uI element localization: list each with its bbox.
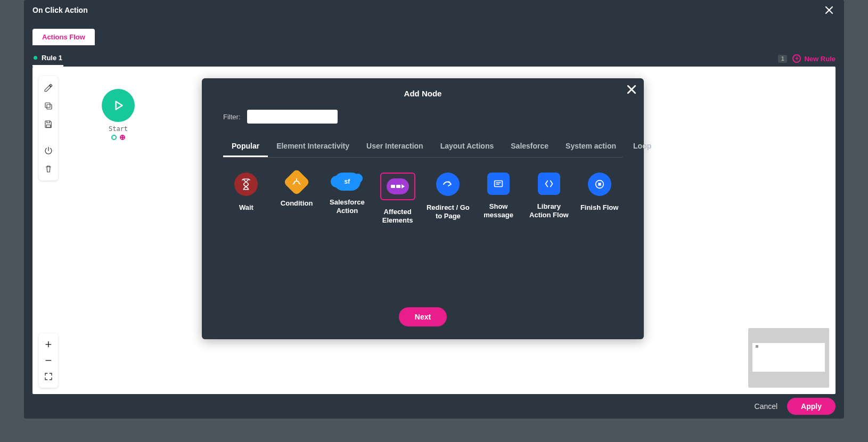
fit-screen-icon[interactable] bbox=[40, 369, 56, 384]
node-condition[interactable]: Condition bbox=[274, 173, 320, 225]
port-add-icon[interactable] bbox=[120, 135, 125, 140]
close-icon[interactable] bbox=[823, 4, 836, 17]
trash-icon[interactable] bbox=[41, 161, 56, 176]
node-label: Finish Flow bbox=[580, 203, 619, 212]
finish-flow-icon bbox=[588, 173, 611, 196]
power-icon[interactable] bbox=[41, 143, 56, 158]
dialog-title: On Click Action bbox=[32, 6, 88, 14]
cancel-button[interactable]: Cancel bbox=[755, 402, 778, 411]
tab-system-action[interactable]: System action bbox=[557, 136, 625, 157]
node-label: Affected Elements bbox=[374, 208, 421, 225]
new-rule-label: New Rule bbox=[804, 55, 836, 63]
rule-tab[interactable]: Rule 1 bbox=[32, 51, 63, 67]
new-rule-button[interactable]: + New Rule bbox=[792, 54, 836, 63]
title-bar: On Click Action bbox=[24, 0, 844, 20]
primary-tabs: Actions Flow bbox=[24, 20, 844, 45]
start-node: Start bbox=[102, 89, 135, 140]
rule-count-badge: 1 bbox=[778, 55, 788, 63]
node-label: Library Action Flow bbox=[526, 202, 572, 220]
node-wait[interactable]: Wait bbox=[223, 173, 269, 225]
node-library-action-flow[interactable]: Library Action Flow bbox=[526, 173, 572, 225]
category-tabs: Popular Element Interactivity User Inter… bbox=[223, 136, 623, 158]
zoom-out-button[interactable]: − bbox=[40, 353, 56, 369]
node-salesforce-action[interactable]: sf Salesforce Action bbox=[324, 173, 371, 225]
dialog-footer: Cancel Apply bbox=[24, 394, 844, 419]
svg-rect-0 bbox=[47, 104, 52, 109]
next-button[interactable]: Next bbox=[399, 307, 447, 326]
left-toolbar bbox=[39, 76, 58, 181]
tab-salesforce[interactable]: Salesforce bbox=[502, 136, 557, 157]
save-icon[interactable] bbox=[41, 117, 56, 132]
tab-popular[interactable]: Popular bbox=[223, 136, 268, 157]
dialog-frame: On Click Action Actions Flow Rule 1 1 + … bbox=[24, 0, 844, 419]
port-out-icon[interactable] bbox=[111, 135, 117, 140]
tab-actions-flow[interactable]: Actions Flow bbox=[32, 29, 95, 45]
svg-rect-4 bbox=[598, 183, 601, 186]
plus-circle-icon: + bbox=[792, 54, 801, 63]
node-affected-elements[interactable]: Affected Elements bbox=[374, 173, 421, 225]
start-node-button[interactable] bbox=[102, 89, 135, 122]
tab-layout-actions[interactable]: Layout Actions bbox=[432, 136, 503, 157]
minimap-viewport bbox=[752, 343, 825, 372]
zoom-controls: + − bbox=[39, 333, 58, 388]
rule-status-dot-icon bbox=[34, 56, 37, 60]
filter-row: Filter: bbox=[223, 110, 623, 124]
redirect-icon bbox=[436, 173, 460, 196]
canvas-area[interactable]: + − Start Add Node bbox=[32, 67, 836, 394]
node-label: Salesforce Action bbox=[324, 198, 371, 216]
filter-input[interactable] bbox=[247, 110, 338, 124]
node-label: Show message bbox=[476, 202, 522, 220]
node-finish-flow[interactable]: Finish Flow bbox=[576, 173, 623, 225]
svg-rect-2 bbox=[495, 181, 503, 187]
edit-icon[interactable] bbox=[41, 80, 56, 95]
wait-icon bbox=[234, 173, 258, 196]
salesforce-icon: sf bbox=[334, 173, 361, 191]
library-flow-icon bbox=[538, 173, 560, 195]
node-show-message[interactable]: Show message bbox=[476, 173, 522, 225]
node-label: Condition bbox=[281, 199, 313, 208]
tab-user-interaction[interactable]: User Interaction bbox=[358, 136, 432, 157]
modal-close-icon[interactable] bbox=[627, 85, 636, 94]
node-label: Redirect / Go to Page bbox=[425, 203, 471, 221]
minimap-node-icon bbox=[756, 345, 758, 348]
node-redirect[interactable]: Redirect / Go to Page bbox=[425, 173, 471, 225]
minimap[interactable] bbox=[748, 328, 829, 388]
tab-element-interactivity[interactable]: Element Interactivity bbox=[268, 136, 358, 157]
apply-button[interactable]: Apply bbox=[787, 398, 836, 415]
show-message-icon bbox=[487, 173, 510, 195]
copy-icon[interactable] bbox=[41, 99, 56, 113]
add-node-modal: Add Node Filter: Popular Element Interac… bbox=[202, 78, 644, 339]
start-node-label: Start bbox=[109, 125, 128, 133]
tab-loop[interactable]: Loop bbox=[625, 136, 660, 157]
modal-title: Add Node bbox=[223, 89, 623, 98]
affected-elements-selected bbox=[380, 173, 415, 200]
zoom-in-button[interactable]: + bbox=[40, 337, 56, 353]
svg-rect-1 bbox=[45, 103, 50, 108]
affected-elements-icon bbox=[387, 178, 409, 194]
filter-label: Filter: bbox=[223, 113, 241, 121]
condition-icon bbox=[283, 169, 310, 196]
node-grid: Wait Condition sf Salesforce Action bbox=[223, 173, 623, 225]
rule-bar: Rule 1 1 + New Rule bbox=[24, 45, 844, 67]
start-node-ports bbox=[111, 135, 125, 140]
rule-label: Rule 1 bbox=[42, 54, 62, 62]
node-label: Wait bbox=[239, 203, 253, 212]
